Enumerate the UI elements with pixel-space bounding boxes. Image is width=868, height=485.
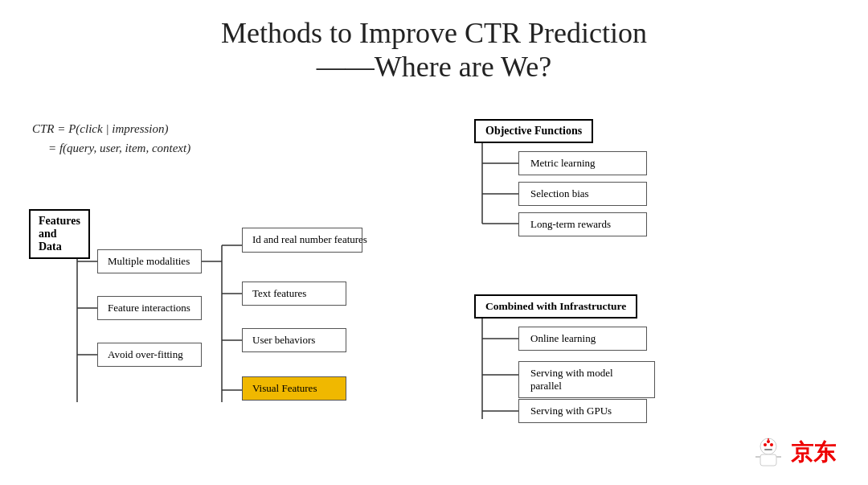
jd-logo-text: 京东 xyxy=(791,438,836,468)
formula-line1: CTR = P(click | impression) xyxy=(32,119,190,138)
slide: Methods to Improve CTR Prediction ——Wher… xyxy=(0,0,868,485)
svg-point-19 xyxy=(764,443,767,446)
infra-section: Combined with Infrastructure Online lear… xyxy=(474,294,820,322)
infra-online-learning: Online learning xyxy=(518,327,647,351)
objective-section: Objective Functions Metric learning Sele… xyxy=(474,119,820,275)
infra-serving-gpus: Serving with GPUs xyxy=(518,399,647,423)
logo-area: 京东 xyxy=(751,435,836,471)
obj-longterm-rewards: Long-term rewards xyxy=(518,212,647,236)
obj-selection-bias: Selection bias xyxy=(518,182,647,206)
features-root-box: Features and Data xyxy=(29,209,90,259)
l2-visual-features: Visual Features xyxy=(242,376,346,401)
l1-avoid-overfitting: Avoid over-fitting xyxy=(97,343,202,367)
formula: CTR = P(click | impression) = f(query, u… xyxy=(32,119,190,158)
title-line2: ——Where are We? xyxy=(32,50,836,84)
obj-metric-learning: Metric learning xyxy=(518,151,647,175)
formula-line2: = f(query, user, item, context) xyxy=(32,138,190,158)
svg-point-25 xyxy=(767,440,770,443)
l1-multiple-modalities: Multiple modalities xyxy=(97,249,202,273)
infra-serving-parallel: Serving with model parallel xyxy=(518,361,655,398)
title-area: Methods to Improve CTR Prediction ——Wher… xyxy=(32,16,836,84)
features-root-label: Features and Data xyxy=(39,215,80,253)
svg-point-20 xyxy=(770,443,773,446)
svg-rect-21 xyxy=(764,449,772,450)
title-line1: Methods to Improve CTR Prediction xyxy=(32,16,836,50)
l1-feature-interactions: Feature interactions xyxy=(97,296,202,320)
l2-text-features: Text features xyxy=(242,282,346,306)
right-col: Objective Functions Metric learning Sele… xyxy=(474,119,820,322)
l2-user-behaviors: User behaviors xyxy=(242,328,346,352)
l2-id-real: Id and real number features xyxy=(242,228,362,253)
jd-robot-icon xyxy=(751,435,786,471)
svg-rect-22 xyxy=(760,454,776,466)
